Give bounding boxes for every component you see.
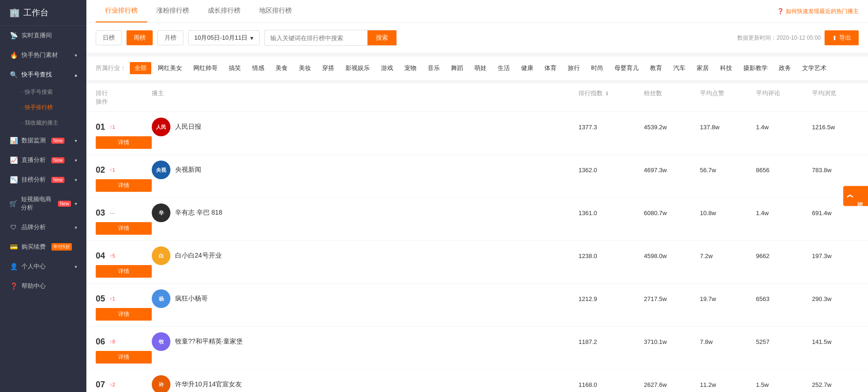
sidebar-item-live-label: 实时直播间 (21, 31, 52, 40)
category-item-food[interactable]: 美食 (271, 62, 292, 74)
info-icon[interactable]: ℹ (606, 91, 608, 96)
avg-likes-value: 7.2w (700, 252, 756, 259)
purchase-icon: 💳 (9, 243, 18, 251)
sidebar-item-profile[interactable]: 👤 个人中心 ▾ (0, 257, 86, 276)
category-item-fashion[interactable]: 时尚 (586, 62, 608, 74)
sidebar-sub-search[interactable]: · 快手号搜索 (0, 84, 86, 100)
sidebar-logo: 🏢 工作台 (0, 0, 86, 26)
detail-button[interactable]: 详情 (96, 351, 152, 364)
sidebar-item-purchase[interactable]: 💳 购买续费 年付6折 (0, 237, 86, 257)
rank-cell: 04 ↑5 (96, 251, 152, 261)
export-button[interactable]: ⬆ 导出 (825, 30, 859, 45)
category-item-pet[interactable]: 宠物 (400, 62, 421, 74)
help-link[interactable]: ❓ 如何快速发现最近的热门播主 (777, 7, 859, 15)
sidebar-item-live-analysis[interactable]: 📈 直播分析 New ▾ (0, 150, 86, 170)
rank-change: ↑1 (110, 296, 115, 301)
category-item-car[interactable]: 汽车 (669, 62, 690, 74)
category-bar: 所属行业： 全部网红美女网红帅哥搞笑情感美食美妆穿搭影视娱乐游戏宠物音乐舞蹈萌娃… (86, 56, 868, 80)
sidebar-item-search[interactable]: 🔍 快手号查找 ▴ (0, 65, 86, 84)
detail-button[interactable]: 详情 (96, 222, 152, 235)
streamer-name: 辛有志 辛巴 818 (175, 209, 222, 217)
rank-number: 07 (96, 380, 105, 390)
header-action: 操作 (96, 98, 152, 106)
category-item-funny[interactable]: 搞笑 (224, 62, 246, 74)
btn-weekly[interactable]: 周榜 (127, 30, 153, 45)
category-item-life[interactable]: 生活 (493, 62, 515, 74)
header-avg-views: 平均浏览 (812, 89, 859, 98)
btn-daily[interactable]: 日榜 (96, 30, 122, 45)
streamer-info: 人民 人民日报 (152, 118, 579, 136)
discount-badge: 年付6折 (51, 243, 72, 251)
chevron-down-icon4: ▾ (75, 177, 77, 182)
rank-index-value: 1187.2 (579, 338, 644, 345)
rank-number: 01 (96, 122, 105, 132)
fans-value: 4539.2w (644, 124, 700, 131)
category-item-arts[interactable]: 文学艺术 (797, 62, 831, 74)
detail-button[interactable]: 详情 (96, 136, 152, 149)
sidebar-item-ranking-analysis[interactable]: 📉 挂榜分析 New ▾ (0, 170, 86, 189)
category-item-sports[interactable]: 体育 (540, 62, 561, 74)
avg-views-value: 1216.5w (812, 124, 859, 131)
sidebar-sub-ranking[interactable]: · 快手排行榜 (0, 100, 86, 115)
sidebar-item-data-monitor[interactable]: 📊 数据监测 New ▾ (0, 131, 86, 150)
category-item-outfit[interactable]: 穿搭 (318, 62, 339, 74)
avg-views-value: 290.3w (812, 295, 859, 302)
category-item-parenting[interactable]: 母婴育儿 (610, 62, 643, 74)
rank-number: 05 (96, 294, 105, 304)
category-item-health[interactable]: 健康 (516, 62, 538, 74)
ranking-icon: 📉 (9, 176, 18, 183)
category-item-makeup[interactable]: 美妆 (294, 62, 316, 74)
search-button[interactable]: 搜索 (367, 30, 396, 45)
sidebar-sub-favorites[interactable]: · 我收藏的播主 (0, 115, 86, 131)
category-item-emotion[interactable]: 情感 (247, 62, 269, 74)
category-item-travel[interactable]: 旅行 (563, 62, 585, 74)
data-update-time: 数据更新时间：2020-10-12 05:00 (737, 34, 821, 42)
tab-growth[interactable]: 成长排行榜 (198, 0, 250, 22)
rank-index-value: 1361.0 (579, 210, 644, 217)
tab-industry[interactable]: 行业排行榜 (96, 0, 147, 22)
rank-change: ↑5 (110, 253, 115, 259)
category-item-politics[interactable]: 政务 (774, 62, 796, 74)
fans-value: 4598.0w (644, 252, 700, 259)
detail-button[interactable]: 详情 (96, 265, 152, 278)
btn-monthly[interactable]: 月榜 (157, 30, 183, 45)
avg-comments-value: 9662 (756, 252, 812, 259)
compare-button[interactable]: ❮ 对比 (843, 186, 868, 206)
sidebar-item-help[interactable]: ❓ 帮助中心 (0, 276, 86, 296)
category-item-tech[interactable]: 科技 (715, 62, 737, 74)
detail-button[interactable]: 详情 (96, 308, 152, 321)
sidebar-item-ecommerce[interactable]: 🛒 短视频电商分析 New ▾ (0, 189, 86, 217)
category-item-music[interactable]: 音乐 (423, 62, 445, 74)
category-item-entertainment[interactable]: 影视娱乐 (341, 62, 374, 74)
date-range-select[interactable]: 10月05日-10月11日 ▾ (188, 30, 260, 45)
avatar: 许 (152, 375, 170, 392)
category-item-education[interactable]: 教育 (645, 62, 667, 74)
detail-button[interactable]: 详情 (96, 179, 152, 192)
sidebar-sub-search-label: · 快手号搜索 (21, 89, 53, 95)
category-item-all[interactable]: 全部 (130, 62, 151, 74)
header-avg-comments: 平均评论 (756, 89, 812, 98)
sidebar-item-brand[interactable]: 🛡 品牌分析 ▾ (0, 217, 86, 237)
analysis-icon: 📈 (9, 156, 18, 164)
category-item-dance[interactable]: 舞蹈 (446, 62, 468, 74)
streamer-name: 人民日报 (175, 123, 201, 131)
category-item-home[interactable]: 家居 (692, 62, 713, 74)
sidebar-item-hot-material[interactable]: 🔥 快手热门素材 ▾ (0, 45, 86, 65)
avatar: 杨 (152, 289, 170, 308)
category-item-wanghong-brother[interactable]: 网红帅哥 (189, 62, 222, 74)
new-badge: New (51, 138, 64, 144)
tab-fans-growth[interactable]: 涨粉排行榜 (147, 0, 198, 22)
category-item-photo[interactable]: 摄影教学 (739, 62, 772, 74)
new-badge3: New (51, 177, 64, 183)
streamer-name: 央视新闻 (175, 166, 201, 174)
header-streamer: 播主 (152, 89, 579, 98)
avg-views-value: 691.4w (812, 210, 859, 217)
sidebar-item-live[interactable]: 📡 实时直播间 (0, 26, 86, 45)
category-item-doll[interactable]: 萌娃 (470, 62, 491, 74)
search-input[interactable] (265, 32, 367, 44)
header-rank: 排行 (96, 89, 152, 98)
streamer-name: 疯狂小杨哥 (175, 294, 208, 303)
tab-region[interactable]: 地区排行榜 (250, 0, 301, 22)
category-item-game[interactable]: 游戏 (376, 62, 398, 74)
category-item-wanghong-beauty[interactable]: 网红美女 (153, 62, 187, 74)
